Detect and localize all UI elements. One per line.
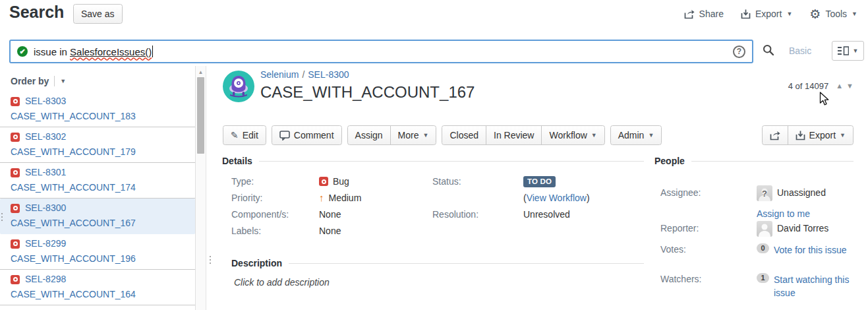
issue-detail-panel: Selenium/SEL-8300 CASE_WITH_ACCOUNT_167 … — [206, 66, 868, 310]
more-menu-button[interactable]: More ▼ — [390, 125, 437, 145]
components-value: None — [319, 208, 341, 221]
reporter-avatar — [757, 221, 772, 237]
description-section: Description Click to add description — [222, 258, 644, 288]
search-submit-button[interactable] — [762, 44, 775, 57]
divider — [54, 76, 55, 86]
pager-previous-icon[interactable]: ▲ — [836, 82, 843, 90]
page-title: Search — [9, 3, 64, 22]
vote-link[interactable]: Vote for this issue — [774, 242, 847, 257]
share-export-group: Export ▼ — [762, 125, 854, 145]
share-icon — [684, 9, 695, 19]
comment-bubble-icon — [279, 131, 290, 140]
issue-pager: 4 of 14097 ▲ ▼ — [788, 81, 854, 91]
export-download-icon — [796, 131, 805, 140]
order-by-control[interactable]: Order by ▼ — [11, 76, 195, 86]
details-section: Details Type: Bug Priority: ↑Medium Comp… — [222, 156, 644, 244]
breadcrumb-project-link[interactable]: Selenium — [260, 69, 299, 80]
details-heading: Details — [222, 156, 252, 166]
assignee-value: Unassigned — [777, 185, 826, 198]
transition-in-review-button[interactable]: In Review — [486, 125, 542, 145]
layout-switcher-button[interactable]: ▼ — [832, 41, 864, 61]
chevron-down-icon: ▼ — [853, 48, 859, 54]
assign-to-me-link[interactable]: Assign to me — [757, 208, 810, 219]
bug-type-icon — [11, 168, 20, 177]
syntax-help-icon[interactable]: ? — [733, 46, 745, 58]
assign-button[interactable]: Assign — [347, 125, 391, 145]
list-item-sel-8298[interactable]: SEL-8298 CASE_WITH_ACCOUNT_164 — [0, 270, 195, 305]
resolution-value: Unresolved — [523, 208, 570, 221]
tools-menu-button[interactable]: ⚙ Tools ▼ — [809, 8, 857, 20]
list-item-sel-8303[interactable]: SEL-8303 CASE_WITH_ACCOUNT_183 — [0, 92, 195, 127]
comment-button[interactable]: Comment — [272, 125, 342, 145]
priority-value: Medium — [329, 191, 362, 204]
chevron-down-icon: ▼ — [840, 133, 846, 139]
list-item-sel-8299[interactable]: SEL-8299 CASE_WITH_ACCOUNT_196 — [0, 234, 195, 270]
header-actions: Share Export ▼ ⚙ Tools ▼ — [684, 4, 857, 24]
export-issue-button[interactable]: Export ▼ — [788, 125, 854, 145]
list-item-sel-8302[interactable]: SEL-8302 CASE_WITH_ACCOUNT_179 — [0, 127, 195, 163]
transition-closed-button[interactable]: Closed — [442, 125, 486, 145]
priority-medium-icon: ↑ — [319, 191, 324, 204]
basic-mode-link[interactable]: Basic — [789, 46, 811, 56]
description-heading: Description — [231, 258, 282, 268]
assign-button-group: Assign More ▼ — [347, 125, 437, 145]
divider — [691, 161, 854, 162]
breadcrumb-issue-key-link[interactable]: SEL-8300 — [308, 69, 349, 80]
edit-button[interactable]: ✎ Edit — [223, 125, 266, 145]
save-as-button[interactable]: Save as — [73, 4, 123, 24]
issue-list: SEL-8303 CASE_WITH_ACCOUNT_183 SEL-8302 … — [0, 92, 195, 305]
bug-type-icon — [11, 133, 20, 142]
divider — [289, 263, 644, 264]
bug-type-icon — [11, 239, 20, 249]
jira-search-window: Search Save as Share Export ▼ ⚙ Tools ▼ … — [0, 0, 868, 310]
reporter-label: Reporter: — [660, 221, 757, 237]
chevron-down-icon: ▼ — [60, 78, 66, 84]
labels-label: Labels: — [231, 224, 319, 237]
chevron-down-icon: ▼ — [422, 133, 428, 139]
export-menu-button[interactable]: Export ▼ — [741, 9, 792, 19]
project-avatar — [223, 71, 254, 102]
jql-search-input[interactable]: ✔ issue in SalesforceIssues() ? — [9, 40, 753, 63]
type-value: Bug — [333, 175, 349, 188]
watchers-count-badge: 1 — [757, 273, 769, 283]
chevron-down-icon: ▼ — [852, 11, 857, 17]
share-icon — [770, 131, 780, 140]
share-button[interactable]: Share — [684, 9, 724, 19]
start-watching-link[interactable]: Start watching this issue — [774, 272, 854, 299]
share-issue-button[interactable] — [762, 125, 788, 145]
detail-view-layout-icon — [838, 46, 849, 55]
pencil-icon: ✎ — [231, 130, 239, 140]
pager-position: 4 of 14097 — [788, 81, 828, 91]
bug-type-icon — [11, 97, 20, 106]
watchers-label: Watchers: — [660, 272, 757, 299]
text-cursor — [152, 46, 153, 57]
reporter-value: David Torres — [777, 221, 828, 233]
scrollbar-thumb[interactable] — [197, 77, 204, 154]
pager-next-icon[interactable]: ▼ — [846, 82, 854, 90]
detail-panel-resize-handle[interactable] — [210, 256, 211, 264]
assignee-label: Assignee: — [660, 185, 757, 201]
type-label: Type: — [231, 175, 319, 188]
description-placeholder[interactable]: Click to add description — [234, 277, 644, 288]
issue-list-panel: Order by ▼ SEL-8303 CASE_WITH_ACCOUNT_18… — [0, 66, 195, 310]
gear-icon: ⚙ — [809, 8, 821, 20]
sidebar-resize-handle[interactable] — [1, 213, 3, 221]
jql-valid-check-icon: ✔ — [17, 46, 28, 57]
chevron-down-icon: ▼ — [591, 133, 597, 139]
status-badge: TO DO — [523, 176, 556, 187]
view-workflow-link[interactable]: View Workflow — [527, 193, 587, 203]
workflow-menu-button[interactable]: Workflow ▼ — [541, 125, 604, 145]
bug-type-icon — [11, 275, 20, 284]
scrollbar-up-arrow[interactable]: ▲ — [196, 66, 206, 75]
labels-value: None — [319, 224, 341, 237]
sidebar-scrollbar[interactable]: ▲ — [195, 66, 206, 310]
votes-count-badge: 0 — [757, 243, 769, 253]
unassigned-avatar: ? — [757, 185, 772, 201]
votes-label: Votes: — [660, 242, 757, 257]
admin-menu-button[interactable]: Admin ▼ — [610, 125, 662, 145]
chevron-down-icon: ▼ — [786, 11, 792, 17]
bug-type-icon — [11, 204, 20, 213]
search-icon — [762, 44, 775, 57]
list-item-sel-8300-selected[interactable]: SEL-8300 CASE_WITH_ACCOUNT_167 — [0, 199, 195, 234]
list-item-sel-8301[interactable]: SEL-8301 CASE_WITH_ACCOUNT_174 — [0, 163, 195, 199]
